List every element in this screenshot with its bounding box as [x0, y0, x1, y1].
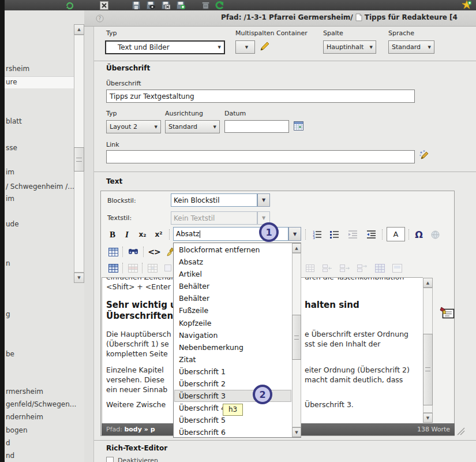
- table-properties-button[interactable]: [106, 261, 120, 275]
- link-browse-icon[interactable]: [419, 150, 429, 160]
- dropdown-item[interactable]: Behälter: [174, 280, 291, 292]
- datum-input[interactable]: [224, 120, 289, 133]
- dropdown-scroll-down[interactable]: ▼: [292, 427, 301, 437]
- bold-button[interactable]: B: [106, 228, 119, 241]
- source-view-button[interactable]: <>: [147, 245, 162, 259]
- spalte-select[interactable]: Hauptinhalt▼: [323, 40, 376, 54]
- sidebar-item[interactable]: im: [6, 168, 14, 176]
- sidebar-scroll-up[interactable]: ▲: [74, 24, 84, 35]
- dropdown-item[interactable]: Überschrift 6: [174, 426, 291, 438]
- sidebar-item[interactable]: rmersheim: [6, 388, 43, 396]
- dropdown-item[interactable]: Zitat: [174, 353, 291, 366]
- resize-grip-icon[interactable]: [456, 427, 466, 436]
- breadcrumb-path[interactable]: /1-3-1 Pfarrei Germersheim/: [244, 13, 353, 21]
- save-close-icon[interactable]: [162, 1, 171, 10]
- sidebar-item[interactable]: / Schwegenheim /...: [6, 182, 74, 191]
- sidebar-item[interactable]: ure: [6, 78, 17, 86]
- reload-icon[interactable]: [65, 1, 74, 10]
- sidebar-item[interactable]: nd: [6, 452, 14, 460]
- undo-icon[interactable]: [215, 1, 224, 10]
- dropdown-item[interactable]: Überschrift 1: [174, 366, 291, 378]
- editor-path[interactable]: Pfad: body » p: [106, 426, 155, 433]
- dropdown-item[interactable]: Überschrift 5: [174, 414, 291, 426]
- dropdown-item[interactable]: Absatz: [174, 256, 291, 268]
- editor-scroll-up[interactable]: ▲: [423, 278, 433, 288]
- blockstil-select-button[interactable]: ▼: [257, 193, 270, 207]
- link-input[interactable]: [106, 150, 415, 163]
- save-view-icon[interactable]: [147, 1, 156, 10]
- sidebar-item[interactable]: ude: [6, 220, 19, 228]
- ordered-list-button[interactable]: 123: [309, 228, 324, 241]
- italic-button[interactable]: I: [121, 228, 133, 241]
- save-icon[interactable]: [132, 1, 141, 10]
- section-divider: [94, 172, 476, 172]
- edit-pencil-icon[interactable]: [260, 42, 269, 51]
- sprache-select[interactable]: Standard▼: [388, 40, 434, 54]
- delete-icon[interactable]: [201, 1, 210, 10]
- insert-table-button[interactable]: [106, 245, 120, 259]
- headline-input[interactable]: Tipps zur Textgestaltung: [106, 90, 415, 103]
- save-new-icon[interactable]: [177, 1, 186, 10]
- headline-typ-select[interactable]: Layout 2▼: [106, 120, 161, 133]
- close-document-icon[interactable]: [99, 1, 108, 10]
- unordered-list-button[interactable]: [327, 228, 342, 241]
- editor-text-fragment: (Überschrift 1) se: [106, 340, 169, 348]
- indent-button[interactable]: [363, 228, 378, 241]
- dropdown-item[interactable]: Überschrift 2: [174, 378, 291, 390]
- sidebar-item[interactable]: genfeld/Schwegen...: [6, 400, 76, 408]
- superscript-button[interactable]: x²: [151, 228, 166, 241]
- editor-scroll-down[interactable]: ▼: [423, 413, 433, 423]
- sidebar-item[interactable]: n: [6, 259, 10, 267]
- breadcrumb: Pfad: /1-3-1 Pfarrei Germersheim/ Tipps …: [221, 13, 458, 21]
- dropdown-item[interactable]: Behälter: [174, 292, 291, 304]
- find-replace-button[interactable]: [126, 245, 141, 259]
- deactivate-checkbox[interactable]: [106, 457, 114, 462]
- left-edge-strip: [0, 0, 5, 462]
- dropdown-item[interactable]: Navigation: [174, 329, 291, 341]
- sidebar-item[interactable]: d: [6, 439, 10, 447]
- bookmark-star-icon[interactable]: [462, 1, 471, 10]
- blockformat-combo-button[interactable]: ▼: [288, 227, 301, 241]
- editor-text-fragment: urch die Tastenkombination: [305, 277, 404, 281]
- sidebar-item[interactable]: im: [6, 195, 14, 203]
- sidebar-item[interactable]: bogen: [6, 426, 28, 434]
- ausrichtung-select[interactable]: Standard▼: [165, 120, 220, 133]
- multispalten-select[interactable]: ▼: [235, 40, 255, 54]
- outdent-button: [345, 228, 360, 241]
- dropdown-item[interactable]: Artikel: [174, 268, 291, 280]
- dropdown-scroll-handle[interactable]: [292, 315, 301, 360]
- row-properties-button: [126, 261, 140, 275]
- sidebar-item[interactable]: blatt: [6, 117, 22, 125]
- sidebar-scroll-down[interactable]: ▼: [74, 273, 84, 283]
- special-character-button[interactable]: Ω: [412, 228, 426, 241]
- breadcrumb-page[interactable]: Tipps für Redakteure [4: [365, 13, 458, 21]
- spalte-label: Spalte: [323, 29, 343, 37]
- editor-text-fragment: Die Hauptübersch: [106, 330, 171, 338]
- subscript-button[interactable]: x₂: [135, 228, 150, 241]
- sidebar-item[interactable]: rsheim: [6, 65, 29, 73]
- editor-scroll-handle[interactable]: [423, 334, 433, 405]
- sidebar-item[interactable]: sse: [6, 144, 17, 152]
- abbreviation-button[interactable]: A: [387, 227, 405, 241]
- dropdown-item[interactable]: Überschrift 3: [174, 390, 291, 402]
- dropdown-item[interactable]: Fußzeile: [174, 304, 291, 316]
- quick-note-icon[interactable]: [440, 306, 455, 319]
- editor-text-fragment: sst sie den Inhalt der: [305, 340, 380, 348]
- textstil-select: Kein Textstil: [171, 211, 257, 225]
- sidebar-scroll-handle[interactable]: [74, 147, 84, 172]
- dropdown-scroll-up[interactable]: ▲: [292, 243, 301, 253]
- dropdown-item[interactable]: Kopfzeile: [174, 317, 291, 329]
- dropdown-item[interactable]: Nebenbemerkung: [174, 341, 291, 353]
- dropdown-item[interactable]: Blockformat entfernen: [174, 244, 291, 256]
- sidebar-item[interactable]: ndernheim: [6, 413, 43, 421]
- blockstil-select[interactable]: Kein Blockstil: [171, 193, 257, 207]
- pagetree-sidebar: rsheimureblattsseim/ Schwegenheim /...im…: [5, 10, 84, 462]
- content-type-select[interactable]: Text und Bilder▼: [105, 40, 225, 54]
- sidebar-item[interactable]: be: [6, 350, 14, 358]
- sidebar-item[interactable]: g: [6, 310, 10, 318]
- chevron-down-icon: ▼: [245, 45, 248, 50]
- chevron-down-icon: ▼: [293, 232, 297, 237]
- calendar-icon[interactable]: [294, 121, 303, 131]
- help-icon[interactable]: ?: [96, 14, 104, 23]
- chevron-down-icon: ▼: [155, 125, 158, 129]
